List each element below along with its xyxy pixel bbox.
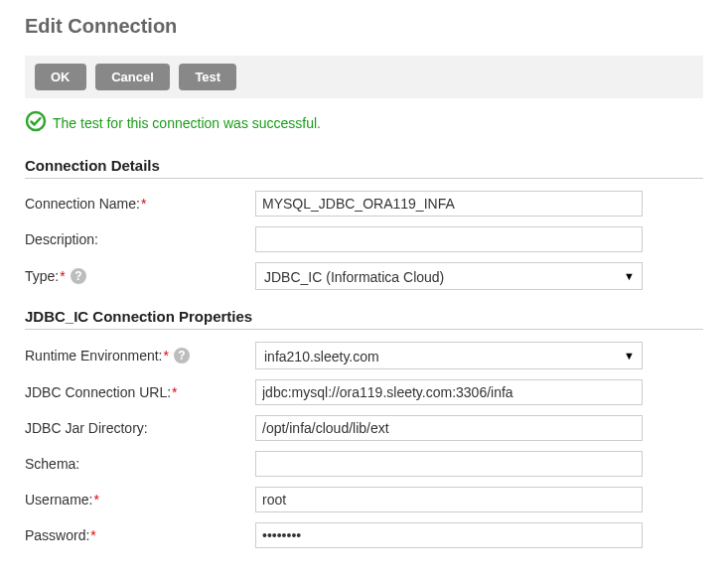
- username-input[interactable]: [255, 487, 643, 512]
- label-runtime-env: Runtime Environment:* ?: [25, 347, 255, 364]
- schema-input[interactable]: [255, 451, 643, 477]
- status-message: The test for this connection was success…: [25, 110, 703, 135]
- label-description: Description:: [25, 231, 255, 247]
- success-check-icon: [25, 110, 53, 135]
- label-password: Password:*: [25, 527, 255, 543]
- type-select[interactable]: JDBC_IC (Informatica Cloud) ▼: [255, 262, 643, 290]
- jar-dir-input[interactable]: [255, 415, 643, 441]
- svg-text:?: ?: [178, 349, 185, 363]
- label-connection-name: Connection Name:*: [25, 196, 255, 212]
- svg-point-0: [27, 112, 45, 130]
- ok-button[interactable]: OK: [35, 64, 86, 90]
- runtime-env-select[interactable]: infa210.sleety.com ▼: [255, 342, 643, 369]
- label-jdbc-url: JDBC Connection URL:*: [25, 384, 255, 400]
- help-icon[interactable]: ?: [70, 267, 87, 285]
- test-button[interactable]: Test: [179, 64, 236, 90]
- cancel-button[interactable]: Cancel: [95, 64, 170, 90]
- section-heading-jdbc: JDBC_IC Connection Properties: [25, 308, 703, 330]
- section-heading-details: Connection Details: [25, 157, 703, 179]
- help-icon[interactable]: ?: [173, 347, 191, 364]
- button-bar: OK Cancel Test: [25, 56, 703, 98]
- connection-name-input[interactable]: [255, 191, 643, 217]
- label-schema: Schema:: [25, 456, 255, 472]
- svg-text:?: ?: [74, 269, 81, 283]
- label-type: Type:* ?: [25, 267, 255, 285]
- page-title: Edit Connection: [25, 15, 703, 38]
- jdbc-url-input[interactable]: [255, 379, 643, 405]
- label-jar-dir: JDBC Jar Directory:: [25, 420, 255, 436]
- description-input[interactable]: [255, 226, 643, 252]
- label-username: Username:*: [25, 492, 255, 508]
- status-text: The test for this connection was success…: [53, 115, 321, 131]
- password-input[interactable]: [255, 522, 643, 548]
